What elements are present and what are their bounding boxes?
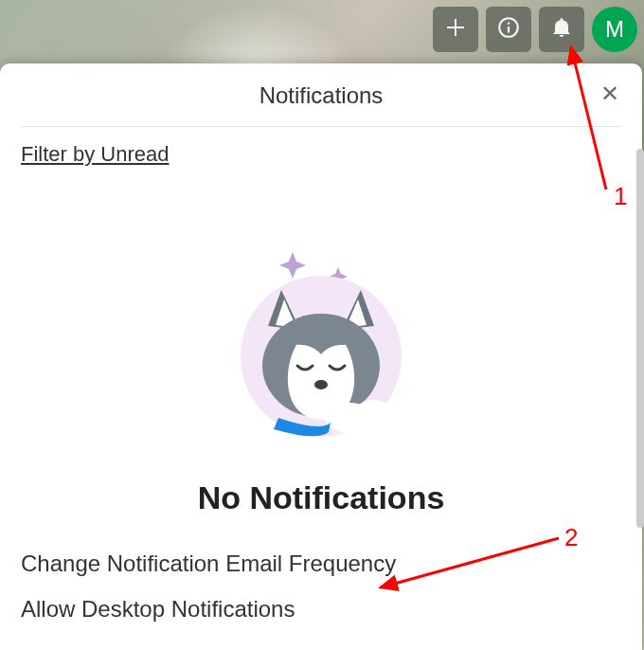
allow-desktop-notifications-link[interactable]: Allow Desktop Notifications — [21, 596, 621, 623]
svg-point-2 — [314, 380, 328, 389]
empty-state: No Notifications Change Notification Ema… — [21, 243, 621, 623]
scrollbar[interactable] — [636, 63, 644, 650]
plus-icon — [444, 16, 467, 43]
empty-title: No Notifications — [21, 479, 621, 516]
close-icon: ✕ — [600, 81, 619, 106]
info-icon — [496, 15, 521, 44]
header-toolbar: M — [433, 7, 637, 52]
filter-unread-link[interactable]: Filter by Unread — [21, 142, 170, 167]
mascot-husky-icon — [226, 243, 416, 432]
info-button[interactable] — [486, 7, 531, 52]
notifications-panel: Notifications ✕ Filter by Unread — [0, 63, 642, 650]
annotation-label-2: 2 — [564, 523, 578, 552]
avatar-initial: M — [605, 16, 624, 43]
avatar[interactable]: M — [592, 7, 637, 52]
panel-header: Notifications ✕ — [21, 82, 621, 127]
bell-icon — [550, 16, 573, 43]
svg-point-4 — [356, 400, 390, 423]
annotation-label-1: 1 — [614, 182, 627, 211]
panel-title: Notifications — [259, 82, 384, 108]
change-email-frequency-link[interactable]: Change Notification Email Frequency — [21, 551, 621, 577]
scrollbar-thumb[interactable] — [636, 149, 644, 528]
notifications-button[interactable] — [539, 7, 584, 52]
close-button[interactable]: ✕ — [597, 79, 623, 109]
add-button[interactable] — [433, 7, 478, 52]
